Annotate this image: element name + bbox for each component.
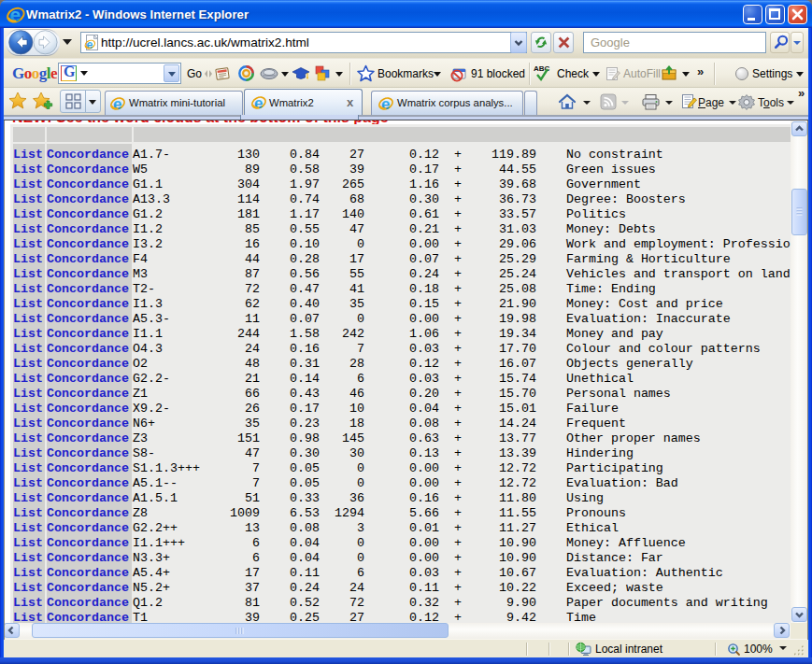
svg-text:ABC: ABC bbox=[534, 64, 550, 73]
